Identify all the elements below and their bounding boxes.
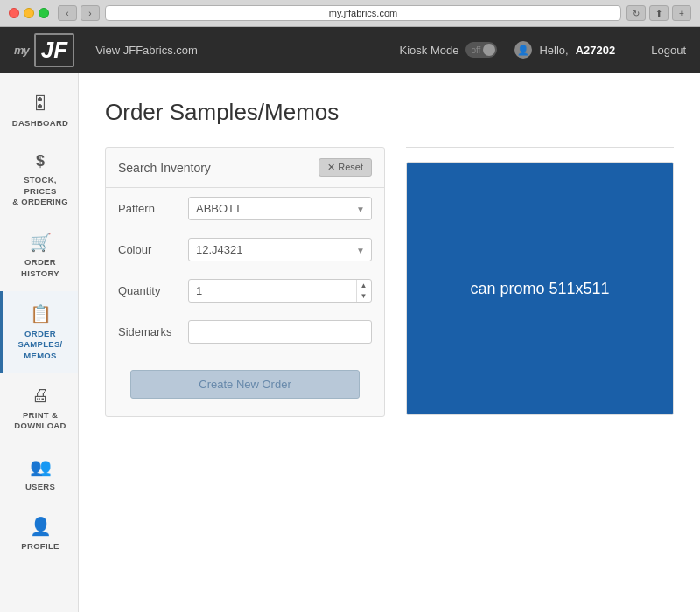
image-separator — [406, 147, 674, 148]
sidebar-item-stock-label: STOCK,PRICES& ORDERING — [12, 175, 68, 207]
username-display: A27202 — [576, 44, 616, 57]
content-grid: Search Inventory ✕ Reset Pattern ABBOTT … — [105, 147, 674, 417]
logo-jf: JF — [34, 33, 74, 67]
close-button[interactable] — [9, 8, 19, 18]
browser-nav: ‹ › — [58, 5, 100, 21]
app-container: my JF View JFFabrics.com Kiosk Mode off … — [0, 27, 700, 612]
sidebar: 🎛 DASHBOARD $ STOCK,PRICES& ORDERING 🛒 O… — [0, 73, 79, 612]
maximize-button[interactable] — [38, 8, 49, 18]
fabric-preview-image: can promo 511x511 — [406, 162, 674, 415]
toggle-knob — [483, 44, 495, 56]
toggle-state-label: off — [471, 45, 480, 55]
quantity-input[interactable] — [188, 279, 372, 303]
sidebar-item-stock[interactable]: $ STOCK,PRICES& ORDERING — [0, 140, 78, 219]
colour-select-wrapper: 12.J4321 ▼ — [188, 238, 372, 261]
users-icon: 👥 — [30, 456, 52, 477]
logout-link[interactable]: Logout — [651, 44, 686, 57]
sidebar-item-order-history[interactable]: 🛒 ORDERHISTORY — [0, 219, 78, 291]
browser-chrome: ‹ › my.jffabrics.com ↻ ⬆ + — [0, 0, 700, 27]
quantity-down-button[interactable]: ▼ — [356, 291, 370, 303]
colour-field-group: Colour 12.J4321 ▼ — [106, 229, 384, 270]
pattern-select-wrapper: ABBOTT ▼ — [188, 197, 372, 220]
pattern-label: Pattern — [118, 202, 188, 215]
content-area: Order Samples/Memos Search Inventory ✕ R… — [79, 73, 700, 612]
top-nav: my JF View JFFabrics.com Kiosk Mode off … — [0, 27, 700, 73]
pattern-field-group: Pattern ABBOTT ▼ — [106, 188, 384, 229]
fabric-promo-text: can promo 511x511 — [470, 280, 609, 298]
sidemarks-label: Sidemarks — [118, 325, 188, 338]
quantity-input-wrapper: ▲ ▼ — [188, 279, 372, 303]
forward-button[interactable]: › — [80, 5, 100, 21]
hello-text: Hello, — [539, 44, 568, 57]
new-tab-button[interactable]: + — [672, 5, 691, 21]
search-panel-title: Search Inventory — [118, 161, 211, 175]
main-layout: 🎛 DASHBOARD $ STOCK,PRICES& ORDERING 🛒 O… — [0, 73, 700, 612]
dashboard-icon: 🎛 — [32, 94, 49, 114]
create-new-order-button[interactable]: Create New Order — [130, 370, 360, 399]
sidebar-item-order-samples[interactable]: 📋 ORDERSAMPLES/MEMOS — [0, 291, 78, 373]
kiosk-mode-label: Kiosk Mode — [400, 44, 459, 57]
search-panel: Search Inventory ✕ Reset Pattern ABBOTT … — [105, 147, 385, 417]
browser-actions: ↻ ⬆ + — [626, 5, 691, 21]
sidebar-item-order-samples-label: ORDERSAMPLES/MEMOS — [18, 329, 63, 361]
address-bar[interactable]: my.jffabrics.com — [105, 5, 621, 21]
sidebar-item-print-label: PRINT &DOWNLOAD — [14, 410, 66, 432]
stock-icon: $ — [36, 152, 45, 170]
sidebar-item-print[interactable]: 🖨 PRINT &DOWNLOAD — [0, 373, 78, 444]
image-panel: can promo 511x511 — [406, 147, 674, 415]
logo-area: my JF — [14, 33, 74, 67]
sidemarks-input[interactable] — [188, 320, 372, 344]
refresh-button[interactable]: ↻ — [626, 5, 646, 21]
sidebar-item-users-label: USERS — [25, 482, 55, 491]
colour-label: Colour — [118, 243, 188, 256]
print-icon: 🖨 — [32, 386, 49, 406]
order-history-icon: 🛒 — [30, 232, 52, 253]
share-button[interactable]: ⬆ — [649, 5, 668, 21]
quantity-up-button[interactable]: ▲ — [356, 280, 370, 291]
nav-divider — [633, 41, 634, 59]
sidebar-item-dashboard-label: DASHBOARD — [12, 118, 68, 128]
minimize-button[interactable] — [24, 8, 34, 18]
sidebar-item-users[interactable]: 👥 USERS — [0, 444, 78, 504]
logo-my: my — [14, 44, 29, 57]
user-area: 👤 Hello, A27202 — [514, 41, 615, 59]
view-jffabrics-link[interactable]: View JFFabrics.com — [95, 44, 198, 57]
kiosk-mode-toggle-area: Kiosk Mode off — [400, 42, 498, 58]
sidebar-item-order-history-label: ORDERHISTORY — [21, 257, 60, 279]
colour-select[interactable]: 12.J4321 — [188, 238, 372, 261]
page-title: Order Samples/Memos — [105, 99, 674, 126]
sidebar-item-dashboard[interactable]: 🎛 DASHBOARD — [0, 81, 78, 140]
sidemarks-field-group: Sidemarks — [106, 311, 384, 352]
back-button[interactable]: ‹ — [58, 5, 77, 21]
reset-button[interactable]: ✕ Reset — [318, 158, 372, 177]
top-nav-right: Kiosk Mode off 👤 Hello, A27202 Logout — [400, 41, 686, 59]
search-panel-header: Search Inventory ✕ Reset — [106, 148, 384, 188]
quantity-spinners: ▲ ▼ — [356, 280, 370, 302]
sidebar-item-profile-label: PROFILE — [21, 541, 59, 551]
traffic-lights — [9, 8, 49, 18]
quantity-field-group: Quantity ▲ ▼ — [106, 270, 384, 311]
profile-icon: 👤 — [30, 516, 52, 537]
pattern-select[interactable]: ABBOTT — [188, 197, 372, 220]
user-icon: 👤 — [514, 41, 532, 59]
sidebar-item-profile[interactable]: 👤 PROFILE — [0, 504, 78, 563]
order-samples-icon: 📋 — [30, 303, 52, 324]
quantity-label: Quantity — [118, 284, 188, 297]
kiosk-toggle[interactable]: off — [466, 42, 497, 58]
